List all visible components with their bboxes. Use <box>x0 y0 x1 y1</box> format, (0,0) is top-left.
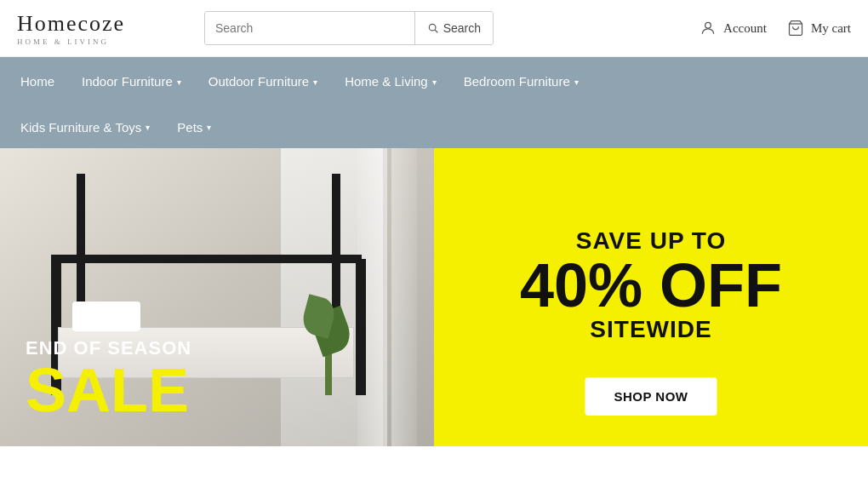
sitewide-text: SITEWIDE <box>590 316 711 343</box>
nav-indoor-label: Indoor Furniture <box>82 74 173 89</box>
account-icon <box>700 20 717 37</box>
cart-icon <box>787 20 804 37</box>
logo-sub: HOME & LIVING <box>17 37 109 46</box>
account-label: Account <box>723 21 767 36</box>
nav-item-home[interactable]: Home <box>17 57 68 106</box>
logo[interactable]: Homecoze HOME & LIVING <box>17 11 153 46</box>
chevron-down-icon: ▾ <box>313 78 317 87</box>
account-link[interactable]: Account <box>700 20 767 37</box>
shop-now-button[interactable]: SHOP NOW <box>585 377 717 416</box>
bed-canopy-top <box>51 255 362 263</box>
nav-kids-label: Kids Furniture & Toys <box>20 120 141 135</box>
hero-left: END OF SEASON SALE <box>0 148 434 446</box>
search-icon <box>427 22 439 34</box>
nav-home-living-label: Home & Living <box>345 74 428 89</box>
nav-item-pets[interactable]: Pets ▾ <box>163 106 225 148</box>
logo-main: Homecoze <box>17 11 125 37</box>
search-bar: Search <box>204 11 494 45</box>
header-right: Account My cart <box>700 20 851 37</box>
nav-item-home-living[interactable]: Home & Living ▾ <box>331 57 450 106</box>
cart-label: My cart <box>811 21 851 36</box>
nav-item-indoor-furniture[interactable]: Indoor Furniture ▾ <box>68 57 195 106</box>
nav-item-bedroom-furniture[interactable]: Bedroom Furniture ▾ <box>450 57 592 106</box>
nav-home-label: Home <box>20 74 54 89</box>
chevron-down-icon: ▾ <box>432 78 437 87</box>
nav-item-kids-furniture-toys[interactable]: Kids Furniture & Toys ▾ <box>17 106 163 148</box>
nav-row-1: Home Indoor Furniture ▾ Outdoor Furnitur… <box>17 57 851 106</box>
svg-point-0 <box>429 24 436 31</box>
cart-link[interactable]: My cart <box>787 20 851 37</box>
search-btn-label: Search <box>443 21 481 35</box>
nav-pets-label: Pets <box>177 120 203 135</box>
nav-row-2: Kids Furniture & Toys ▾ Pets ▾ <box>17 106 851 148</box>
nav-bedroom-label: Bedroom Furniture <box>464 74 570 89</box>
pillow <box>72 301 140 331</box>
nav-outdoor-label: Outdoor Furniture <box>208 74 309 89</box>
chevron-down-icon: ▾ <box>207 123 211 132</box>
svg-point-2 <box>705 22 711 28</box>
chevron-down-icon: ▾ <box>574 78 579 87</box>
hero-banner: END OF SEASON SALE SAVE UP TO 40% OFF SI… <box>0 148 868 446</box>
nav: Home Indoor Furniture ▾ Outdoor Furnitur… <box>0 57 868 148</box>
nav-item-outdoor-furniture[interactable]: Outdoor Furniture ▾ <box>195 57 331 106</box>
hero-left-overlay: END OF SEASON SALE <box>26 337 434 421</box>
forty-off-text: 40% OFF <box>520 255 782 316</box>
search-input[interactable] <box>205 12 414 44</box>
hero-right: SAVE UP TO 40% OFF SITEWIDE SHOP NOW <box>434 148 868 446</box>
search-button[interactable]: Search <box>414 12 493 44</box>
chevron-down-icon: ▾ <box>146 123 150 132</box>
sale-text: SALE <box>26 359 434 421</box>
header: Homecoze HOME & LIVING Search Account <box>0 0 868 57</box>
svg-line-1 <box>435 30 437 32</box>
chevron-down-icon: ▾ <box>177 78 181 87</box>
